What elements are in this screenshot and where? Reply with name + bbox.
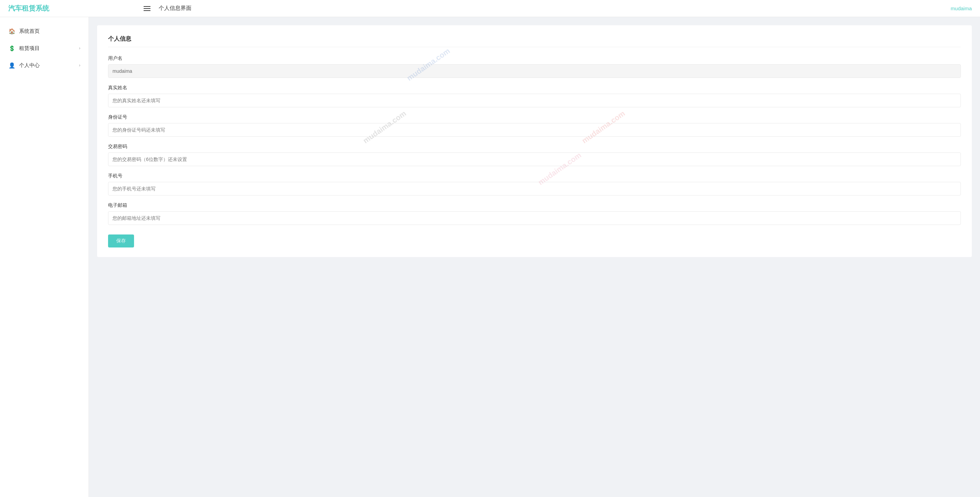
phone-input[interactable] xyxy=(108,182,961,195)
profile-icon: 👤 xyxy=(8,62,16,69)
phone-group: 手机号 xyxy=(108,173,961,195)
id-number-label: 身份证号 xyxy=(108,114,961,120)
username-group: 用户名 xyxy=(108,56,961,78)
menu-line-3 xyxy=(144,10,150,11)
header-left: 汽车租赁系统 个人信息界面 xyxy=(8,4,191,13)
sidebar-label-rental: 租赁项目 xyxy=(19,45,76,52)
sidebar-item-profile[interactable]: 👤 个人中心 › xyxy=(0,57,89,74)
trade-password-label: 交易密码 xyxy=(108,144,961,150)
phone-label: 手机号 xyxy=(108,173,961,179)
id-number-group: 身份证号 xyxy=(108,114,961,137)
menu-line-1 xyxy=(144,6,150,7)
sidebar-item-rental[interactable]: 💲 租赁项目 › xyxy=(0,40,89,57)
email-label: 电子邮箱 xyxy=(108,202,961,208)
realname-label: 真实姓名 xyxy=(108,85,961,91)
menu-line-2 xyxy=(144,8,150,9)
sidebar-label-home: 系统首页 xyxy=(19,28,80,35)
email-group: 电子邮箱 xyxy=(108,202,961,225)
realname-group: 真实姓名 xyxy=(108,85,961,107)
realname-input[interactable] xyxy=(108,94,961,107)
rental-icon: 💲 xyxy=(8,44,16,52)
id-number-input[interactable] xyxy=(108,123,961,137)
main-content: 个人信息 mudaima.com mudaima.com mudaima.com… xyxy=(89,17,980,497)
header: 汽车租赁系统 个人信息界面 mudaima xyxy=(0,0,980,17)
trade-password-input[interactable] xyxy=(108,152,961,166)
header-username[interactable]: mudaima xyxy=(951,5,972,11)
app-title[interactable]: 汽车租赁系统 xyxy=(8,4,49,13)
username-label: 用户名 xyxy=(108,56,961,62)
save-button[interactable]: 保存 xyxy=(108,235,134,248)
trade-password-group: 交易密码 xyxy=(108,144,961,166)
sidebar: 🏠 系统首页 💲 租赁项目 › 👤 个人中心 › xyxy=(0,17,89,497)
sidebar-item-home[interactable]: 🏠 系统首页 xyxy=(0,22,89,40)
sidebar-label-profile: 个人中心 xyxy=(19,62,76,69)
rental-arrow-icon: › xyxy=(79,46,80,51)
menu-icon[interactable] xyxy=(144,6,150,11)
content-card: 个人信息 mudaima.com mudaima.com mudaima.com… xyxy=(97,25,972,257)
home-icon: 🏠 xyxy=(8,27,16,35)
layout: 🏠 系统首页 💲 租赁项目 › 👤 个人中心 › 个人信息 mudaima.co… xyxy=(0,17,980,497)
username-input xyxy=(108,64,961,78)
profile-arrow-icon: › xyxy=(79,63,80,68)
section-title: 个人信息 xyxy=(108,35,961,47)
email-input[interactable] xyxy=(108,211,961,225)
page-title: 个人信息界面 xyxy=(159,5,191,12)
